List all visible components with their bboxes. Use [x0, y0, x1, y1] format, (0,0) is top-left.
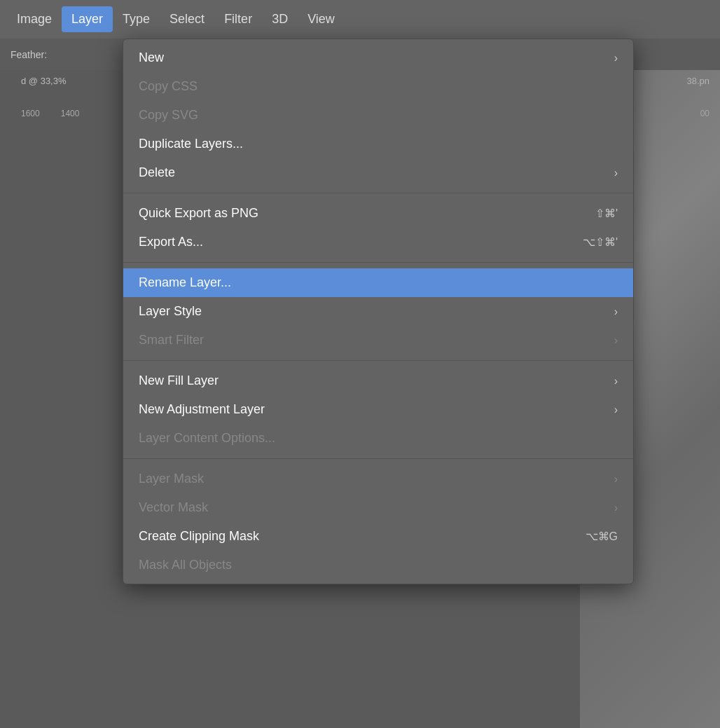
- menu-item-vector-mask-label: Vector Mask: [139, 500, 208, 515]
- menu-item-smart-filter-label: Smart Filter: [139, 333, 204, 348]
- menu-item-new-adjustment-layer[interactable]: New Adjustment Layer ›: [123, 395, 633, 424]
- ruler-value-1: 1600: [21, 109, 40, 118]
- divider-3: [123, 360, 633, 361]
- menu-item-view[interactable]: View: [298, 6, 345, 32]
- menu-item-new-fill-layer[interactable]: New Fill Layer ›: [123, 366, 633, 395]
- divider-2: [123, 262, 633, 263]
- menu-item-rename-layer[interactable]: Rename Layer...: [123, 268, 633, 297]
- menu-item-smart-filter[interactable]: Smart Filter ›: [123, 326, 633, 355]
- menu-item-select[interactable]: Select: [160, 6, 214, 32]
- layer-mask-arrow-icon: ›: [614, 473, 618, 486]
- menu-item-copy-svg[interactable]: Copy SVG: [123, 101, 633, 130]
- menu-item-delete[interactable]: Delete ›: [123, 158, 633, 187]
- menu-item-3d[interactable]: 3D: [262, 6, 298, 32]
- menu-item-create-clipping-mask[interactable]: Create Clipping Mask ⌥⌘G: [123, 522, 633, 551]
- menu-item-layer-mask-label: Layer Mask: [139, 472, 204, 486]
- menu-item-layer-content-options[interactable]: Layer Content Options...: [123, 424, 633, 453]
- smart-filter-arrow-icon: ›: [614, 334, 618, 347]
- menu-item-layer-mask[interactable]: Layer Mask ›: [123, 465, 633, 493]
- layer-style-arrow-icon: ›: [614, 305, 618, 318]
- menu-item-create-clipping-mask-label: Create Clipping Mask: [139, 529, 259, 544]
- quick-export-shortcut: ⇧⌘': [595, 207, 618, 220]
- ruler-numbers: 1600 1400: [21, 109, 79, 118]
- menu-item-copy-svg-label: Copy SVG: [139, 108, 198, 123]
- menu-item-layer[interactable]: Layer: [62, 6, 113, 32]
- ruler-value-2: 1400: [61, 109, 80, 118]
- divider-4: [123, 458, 633, 459]
- menu-bar: Image Layer Type Select Filter 3D View: [0, 0, 720, 39]
- menu-item-delete-label: Delete: [139, 165, 175, 180]
- menu-item-mask-all-objects-label: Mask All Objects: [139, 558, 232, 572]
- menu-item-type[interactable]: Type: [113, 6, 160, 32]
- menu-item-layer-style-label: Layer Style: [139, 304, 202, 319]
- menu-item-export-as-label: Export As...: [139, 235, 203, 249]
- menu-section-2: Quick Export as PNG ⇧⌘' Export As... ⌥⇧⌘…: [123, 195, 633, 261]
- create-clipping-mask-shortcut: ⌥⌘G: [586, 530, 618, 543]
- menu-section-4: New Fill Layer › New Adjustment Layer › …: [123, 362, 633, 457]
- menu-item-rename-layer-label: Rename Layer...: [139, 275, 231, 290]
- layer-dropdown-menu: New › Copy CSS Copy SVG Duplicate Layers…: [123, 39, 634, 584]
- menu-item-filter[interactable]: Filter: [214, 6, 262, 32]
- new-fill-layer-arrow-icon: ›: [614, 375, 618, 387]
- menu-item-new[interactable]: New ›: [123, 43, 633, 72]
- menu-item-quick-export[interactable]: Quick Export as PNG ⇧⌘': [123, 199, 633, 228]
- menu-item-duplicate-layers[interactable]: Duplicate Layers...: [123, 130, 633, 158]
- menu-item-quick-export-label: Quick Export as PNG: [139, 206, 258, 221]
- menu-item-mask-all-objects[interactable]: Mask All Objects: [123, 551, 633, 579]
- menu-item-vector-mask[interactable]: Vector Mask ›: [123, 493, 633, 522]
- menu-item-layer-content-options-label: Layer Content Options...: [139, 431, 275, 446]
- canvas-zoom-label: d @ 33,3%: [21, 76, 67, 86]
- menu-item-export-as[interactable]: Export As... ⌥⇧⌘': [123, 228, 633, 256]
- new-adjustment-layer-arrow-icon: ›: [614, 404, 618, 416]
- menu-section-5: Layer Mask › Vector Mask › Create Clippi…: [123, 460, 633, 584]
- menu-item-new-adjustment-layer-label: New Adjustment Layer: [139, 402, 265, 417]
- export-as-shortcut: ⌥⇧⌘': [583, 235, 618, 249]
- delete-arrow-icon: ›: [614, 167, 618, 179]
- new-arrow-icon: ›: [614, 52, 618, 64]
- menu-item-new-fill-layer-label: New Fill Layer: [139, 373, 219, 388]
- menu-item-layer-style[interactable]: Layer Style ›: [123, 297, 633, 326]
- menu-item-copy-css-label: Copy CSS: [139, 79, 198, 94]
- feather-label: Feather:: [11, 49, 47, 60]
- menu-item-new-label: New: [139, 50, 164, 65]
- menu-item-duplicate-layers-label: Duplicate Layers...: [139, 137, 243, 151]
- menu-section-3: Rename Layer... Layer Style › Smart Filt…: [123, 264, 633, 359]
- menu-item-copy-css[interactable]: Copy CSS: [123, 72, 633, 101]
- menu-item-image[interactable]: Image: [7, 6, 62, 32]
- menu-section-1: New › Copy CSS Copy SVG Duplicate Layers…: [123, 39, 633, 191]
- vector-mask-arrow-icon: ›: [614, 502, 618, 514]
- divider-1: [123, 193, 633, 193]
